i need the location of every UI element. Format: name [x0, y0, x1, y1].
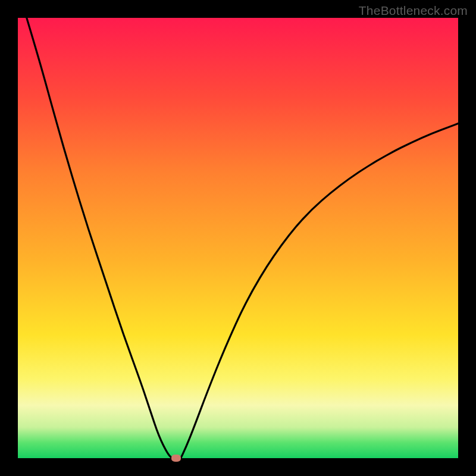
bottleneck-curve: [18, 18, 458, 458]
chart-frame: TheBottleneck.com: [0, 0, 476, 476]
watermark-text: TheBottleneck.com: [359, 4, 468, 18]
plot-area: [18, 18, 458, 458]
optimum-marker: [171, 455, 181, 462]
